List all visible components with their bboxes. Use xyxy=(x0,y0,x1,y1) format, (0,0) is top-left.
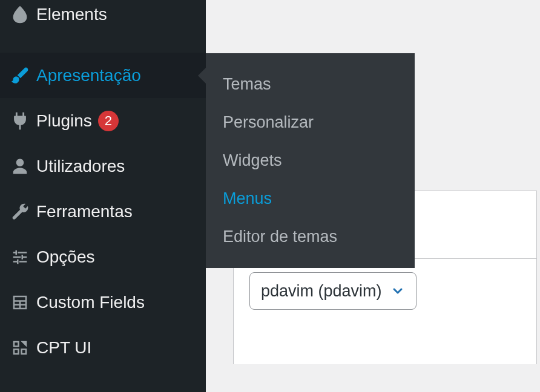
submenu-item-label: Temas xyxy=(223,75,271,94)
admin-sidebar: Elements Apresentação Plugins 2 Utilizad… xyxy=(0,0,206,392)
chevron-down-icon xyxy=(390,284,405,298)
menu-item-label: Plugins xyxy=(36,111,92,131)
menu-item-tools[interactable]: Ferramentas xyxy=(0,189,206,234)
plug-icon xyxy=(6,111,34,131)
menu-item-plugins[interactable]: Plugins 2 xyxy=(0,98,206,143)
user-icon xyxy=(6,157,34,175)
menu-item-elements[interactable]: Elements xyxy=(0,0,206,37)
menu-item-label: Opções xyxy=(36,247,95,267)
menu-item-label: Custom Fields xyxy=(36,293,145,312)
grid-icon xyxy=(6,293,34,312)
menu-item-label: Ferramentas xyxy=(36,202,133,221)
menu-item-users[interactable]: Utilizadores xyxy=(0,143,206,189)
menu-item-label: CPT UI xyxy=(36,338,91,358)
submenu-item-editor[interactable]: Editor de temas xyxy=(206,218,415,256)
brush-icon xyxy=(6,65,34,86)
menu-item-settings[interactable]: Opções xyxy=(0,234,206,279)
leaf-icon xyxy=(6,4,34,25)
submenu-item-label: Widgets xyxy=(223,151,282,170)
cpt-icon xyxy=(6,339,34,357)
update-badge: 2 xyxy=(98,111,119,131)
sliders-icon xyxy=(6,248,34,266)
menu-item-label: Elements xyxy=(36,5,107,24)
menu-item-label: Utilizadores xyxy=(36,157,125,176)
menu-item-label: Apresentação xyxy=(36,66,141,85)
submenu-item-label: Editor de temas xyxy=(223,227,337,246)
wrench-icon xyxy=(6,202,34,221)
menu-item-appearance[interactable]: Apresentação xyxy=(0,53,206,98)
submenu-item-customize[interactable]: Personalizar xyxy=(206,103,415,142)
submenu-item-menus[interactable]: Menus xyxy=(206,180,415,218)
submenu-item-widgets[interactable]: Widgets xyxy=(206,142,415,180)
menu-item-cpt-ui[interactable]: CPT UI xyxy=(0,325,206,370)
submenu-item-label: Personalizar xyxy=(223,113,314,132)
appearance-submenu: Temas Personalizar Widgets Menus Editor … xyxy=(206,53,415,268)
menu-item-custom-fields[interactable]: Custom Fields xyxy=(0,279,206,325)
author-select[interactable]: pdavim (pdavim) xyxy=(249,272,417,310)
author-select-value: pdavim (pdavim) xyxy=(261,282,382,301)
submenu-item-themes[interactable]: Temas xyxy=(206,65,415,103)
submenu-item-label: Menus xyxy=(223,189,272,208)
